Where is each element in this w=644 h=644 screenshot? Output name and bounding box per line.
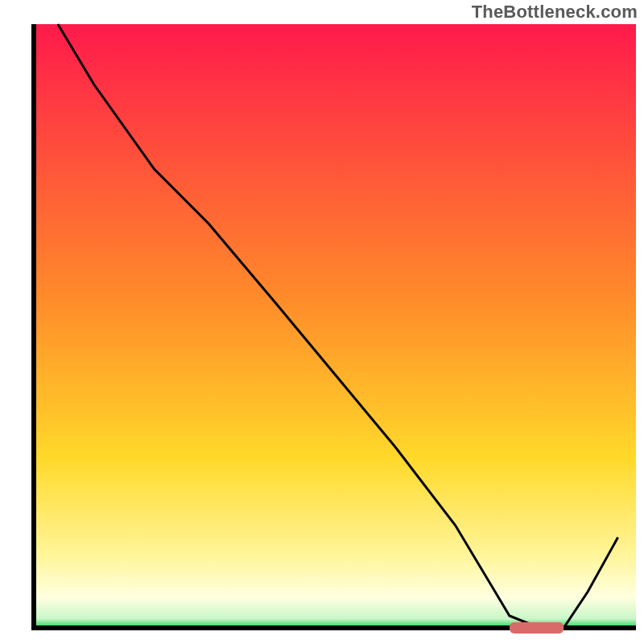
plot-background — [34, 24, 636, 628]
optimal-marker — [510, 622, 564, 634]
chart-svg — [0, 0, 644, 644]
chart-stage: TheBottleneck.com — [0, 0, 644, 644]
